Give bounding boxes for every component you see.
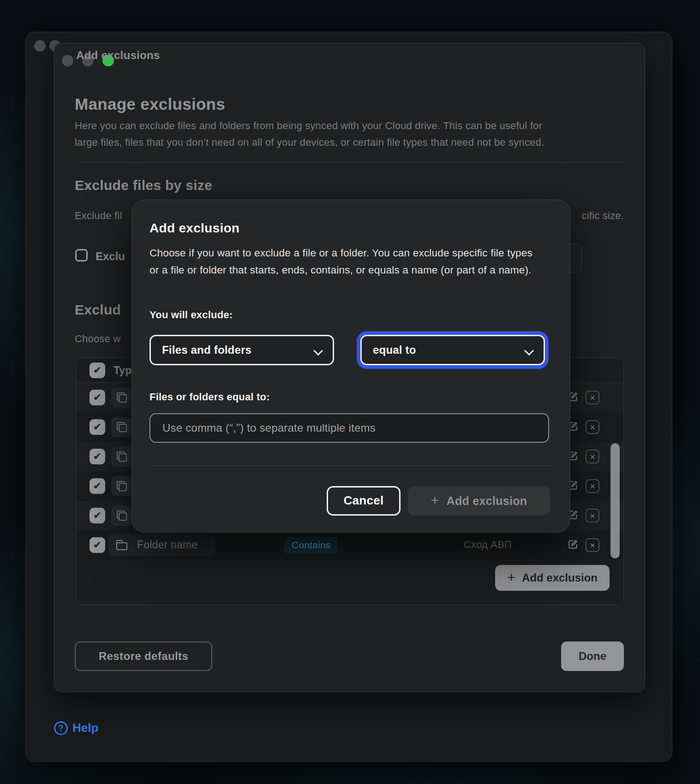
row-checkbox[interactable]: ✔ bbox=[90, 449, 105, 464]
restore-defaults-button[interactable]: Restore defaults bbox=[75, 641, 212, 671]
remove-icon[interactable]: ✕ bbox=[586, 391, 599, 404]
size-section-desc-right: cific size. bbox=[582, 210, 624, 222]
edit-icon[interactable] bbox=[567, 538, 579, 550]
page-description-line1: Here you can exclude files and folders f… bbox=[75, 120, 542, 132]
traffic-light-close[interactable] bbox=[62, 55, 73, 66]
dialog-add-exclusion-button[interactable]: + Add exclusion bbox=[408, 486, 550, 516]
section-divider bbox=[75, 162, 624, 162]
select-all-checkbox[interactable]: ✔ bbox=[90, 362, 105, 378]
dialog-description: Choose if you want to exclude a file or … bbox=[150, 244, 532, 279]
remove-icon[interactable]: ✕ bbox=[586, 509, 599, 523]
dialog-divider bbox=[150, 465, 554, 466]
size-exclude-checkbox[interactable] bbox=[75, 249, 88, 261]
size-checkbox-label: Exclu bbox=[96, 250, 125, 263]
chevron-down-icon bbox=[314, 346, 322, 354]
table-row: ✔Folder nameContainsСход АВП✕ bbox=[77, 530, 623, 560]
remove-icon[interactable]: ✕ bbox=[586, 420, 599, 434]
files-icon bbox=[111, 476, 132, 496]
add-exclusion-button[interactable]: + Add exclusion bbox=[495, 565, 610, 591]
size-section-title: Exclude files by size bbox=[75, 178, 212, 193]
type-dropdown-value: Files and folders bbox=[162, 344, 251, 356]
row-checkbox[interactable]: ✔ bbox=[90, 419, 105, 435]
size-section-desc-left: Exclude fil bbox=[75, 210, 122, 222]
folders-section-desc: Choose w bbox=[75, 333, 120, 345]
table-header-type: Typ bbox=[114, 364, 132, 377]
files-icon bbox=[111, 387, 132, 408]
files-icon bbox=[111, 505, 132, 526]
help-link[interactable]: ? Help bbox=[54, 721, 98, 735]
chevron-down-icon bbox=[525, 346, 532, 354]
remove-icon[interactable]: ✕ bbox=[586, 450, 599, 463]
folders-section-title: Exclud bbox=[75, 302, 121, 318]
dialog-add-exclusion-label: Add exclusion bbox=[447, 494, 527, 508]
dialog-title: Add exclusion bbox=[150, 221, 239, 236]
row-value: Сход АВП bbox=[442, 539, 534, 551]
cancel-button[interactable]: Cancel bbox=[327, 486, 401, 516]
rule-dropdown[interactable]: equal to bbox=[360, 335, 545, 365]
plus-icon: + bbox=[431, 493, 439, 508]
help-label: Help bbox=[72, 721, 98, 735]
remove-icon[interactable]: ✕ bbox=[586, 538, 599, 552]
exclude-label: You will exclude: bbox=[150, 309, 233, 321]
remove-icon[interactable]: ✕ bbox=[586, 479, 599, 493]
outer-traffic-light-close[interactable] bbox=[34, 40, 46, 52]
window-title: Add exclusions bbox=[76, 49, 160, 62]
row-checkbox[interactable]: ✔ bbox=[90, 390, 105, 405]
type-dropdown[interactable]: Files and folders bbox=[150, 335, 334, 365]
rule-dropdown-value: equal to bbox=[373, 344, 416, 356]
input-label: Files or folders equal to: bbox=[150, 391, 270, 403]
row-name: Folder name bbox=[137, 539, 197, 551]
files-icon bbox=[111, 417, 132, 437]
page-description-line2: large files, files that you don’t need o… bbox=[75, 137, 544, 148]
row-rule-badge: Contains bbox=[284, 537, 338, 553]
row-checkbox[interactable]: ✔ bbox=[90, 537, 105, 553]
done-button[interactable]: Done bbox=[561, 641, 624, 671]
help-icon: ? bbox=[54, 721, 68, 735]
folder-icon bbox=[111, 535, 132, 555]
exclusion-names-input[interactable] bbox=[150, 413, 549, 443]
page-title: Manage exclusions bbox=[75, 95, 225, 113]
row-checkbox[interactable]: ✔ bbox=[90, 478, 105, 494]
add-exclusion-button-label: Add exclusion bbox=[522, 571, 598, 584]
add-exclusion-dialog: Add exclusion Choose if you want to excl… bbox=[132, 200, 570, 533]
row-checkbox[interactable]: ✔ bbox=[90, 508, 105, 523]
files-icon bbox=[111, 446, 132, 467]
plus-icon: + bbox=[507, 570, 515, 585]
table-scrollbar[interactable] bbox=[610, 443, 620, 558]
